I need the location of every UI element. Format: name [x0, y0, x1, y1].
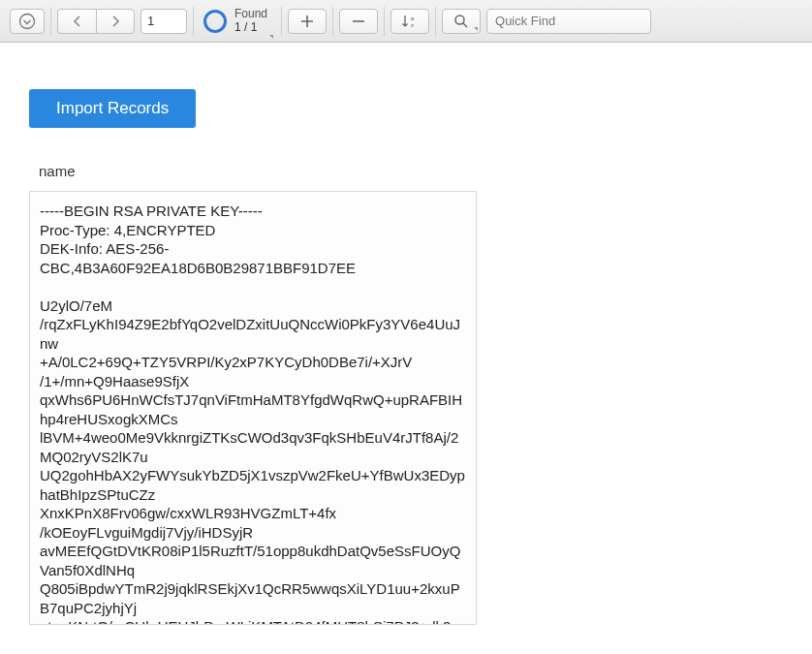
toolbar-separator	[435, 7, 436, 36]
found-indicator[interactable]: Found 1 / 1	[200, 2, 275, 41]
new-record-button[interactable]	[288, 9, 327, 34]
quick-find-input[interactable]	[487, 10, 651, 33]
record-number-input[interactable]	[141, 9, 187, 34]
chevron-left-icon	[73, 16, 82, 27]
record-nav	[57, 9, 135, 34]
prev-record-button[interactable]	[57, 9, 96, 34]
svg-point-0	[20, 14, 35, 28]
delete-record-button[interactable]	[339, 9, 378, 34]
toolbar-separator	[384, 7, 385, 36]
svg-text:z: z	[411, 22, 414, 28]
toolbar-separator	[281, 7, 282, 36]
found-label: Found	[234, 8, 267, 20]
name-field-content[interactable]: -----BEGIN RSA PRIVATE KEY----- Proc-Typ…	[29, 191, 477, 625]
search-icon	[453, 14, 469, 29]
toolbar-separator	[50, 7, 51, 36]
content-area: Import Records name -----BEGIN RSA PRIVA…	[0, 43, 812, 644]
import-records-button[interactable]: Import Records	[29, 89, 196, 128]
toolbar-separator	[193, 7, 194, 36]
chevron-down-circle-icon	[18, 13, 36, 30]
minus-icon	[351, 14, 366, 29]
toolbar-separator	[332, 7, 333, 36]
found-count: 1 / 1	[234, 21, 267, 34]
find-button[interactable]	[442, 9, 481, 34]
toolbar: Found 1 / 1 a z	[0, 0, 812, 43]
sort-az-icon: a z	[401, 14, 419, 29]
sort-button[interactable]: a z	[390, 9, 429, 34]
next-record-button[interactable]	[96, 9, 135, 34]
field-label-name: name	[39, 163, 783, 179]
found-text: Found 1 / 1	[234, 8, 267, 33]
plus-icon	[299, 14, 315, 29]
found-ring-icon	[203, 10, 227, 33]
dropdown-triangle-icon	[269, 35, 273, 39]
layout-menu-button[interactable]	[10, 9, 45, 34]
svg-point-3	[455, 16, 464, 24]
svg-text:a: a	[411, 16, 415, 21]
chevron-right-icon	[110, 16, 120, 27]
dropdown-triangle-icon	[474, 27, 478, 31]
quick-find-group	[486, 9, 651, 34]
